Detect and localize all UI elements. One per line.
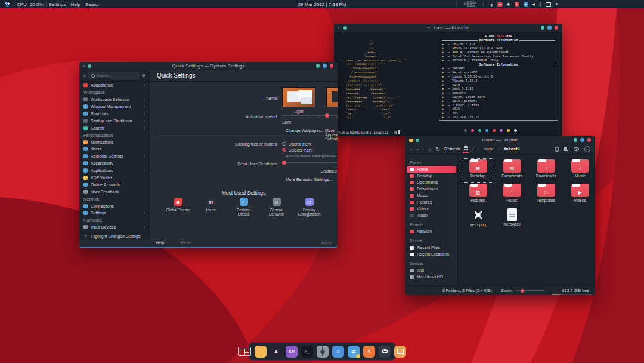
konsole-titlebar[interactable]: ›_ ~ : bash — Konsole xyxy=(334,24,562,32)
tray-expander-icon[interactable]: ┳ xyxy=(490,2,493,7)
sidebar-item[interactable]: Online Accounts › xyxy=(79,181,149,188)
most-used-item[interactable]: m Icons xyxy=(199,198,224,216)
file-item[interactable]: ∴ Public xyxy=(496,183,528,207)
user-app-icon[interactable]: ☺ xyxy=(332,346,344,358)
sidebar-item[interactable]: Settings › xyxy=(79,210,149,217)
file-item[interactable]: □ Templates xyxy=(530,183,562,207)
zoom-slider[interactable] xyxy=(516,288,544,293)
breadcrumb-home[interactable]: home xyxy=(484,146,495,152)
slider-handle[interactable] xyxy=(282,161,286,165)
maximize-button[interactable] xyxy=(323,64,327,68)
pin-button[interactable] xyxy=(343,26,347,30)
places-item[interactable]: Devices xyxy=(407,260,456,267)
pin-button[interactable] xyxy=(88,64,91,68)
forward-button[interactable]: › xyxy=(422,146,424,152)
back-button[interactable]: ‹ xyxy=(410,146,412,152)
places-item[interactable]: root xyxy=(407,267,456,273)
volume-icon[interactable]: ◀) xyxy=(532,2,535,6)
sidebar-item[interactable]: Workspace › xyxy=(79,89,149,96)
dolphin-titlebar[interactable]: Home — Dolphin xyxy=(405,136,595,144)
file-manager-app-icon[interactable] xyxy=(255,346,267,358)
minimize-button[interactable] xyxy=(574,138,578,142)
close-button[interactable] xyxy=(330,64,334,68)
settings-titlebar[interactable]: ≡ Quick Settings — System Settings xyxy=(79,62,338,70)
menu-icon[interactable]: ⋯ xyxy=(584,146,590,152)
shell-prompt[interactable]: [takashi@takashi-imac122 ~]$ xyxy=(337,130,400,134)
sidebar-item[interactable]: Hardware › xyxy=(79,217,149,224)
places-item[interactable]: Recent xyxy=(407,238,456,244)
sidebar-item[interactable]: Startup and Shutdown › xyxy=(79,117,149,124)
apply-button[interactable]: Apply xyxy=(321,241,332,245)
file-item[interactable]: ♪ Music xyxy=(564,158,595,183)
bluetooth-icon[interactable]: ᛒ xyxy=(539,2,542,7)
places-item[interactable]: Videos xyxy=(407,205,456,212)
places-item[interactable]: Trash xyxy=(407,212,456,219)
sidebar-item[interactable]: Applications › xyxy=(79,167,149,174)
sidebar-item[interactable]: Network › xyxy=(79,195,149,202)
help-button[interactable]: Help xyxy=(156,241,164,245)
slider-handle[interactable] xyxy=(325,113,329,118)
browser-app-icon[interactable]: ▲ xyxy=(270,346,282,358)
places-item[interactable]: Desktop xyxy=(407,173,456,179)
animation-speed-slider[interactable] xyxy=(282,113,338,118)
file-item[interactable]: ▶ Videos xyxy=(564,183,595,207)
split-view-icon[interactable] xyxy=(564,147,568,151)
dock-divider[interactable] xyxy=(322,347,323,356)
sidebar-item[interactable]: Window Management › xyxy=(79,103,149,110)
places-item[interactable]: Downloads xyxy=(407,186,456,192)
sidebar-item[interactable]: Notifications › xyxy=(79,139,149,146)
highlight-changed-button[interactable]: ✎ Highlight Changed Settings xyxy=(79,232,149,240)
places-item[interactable]: Home xyxy=(407,166,456,173)
virtual-desktop-pager[interactable] xyxy=(238,347,251,356)
places-item[interactable]: Places xyxy=(407,159,456,166)
sidebar-item[interactable]: User Feedback › xyxy=(79,188,149,195)
most-used-item[interactable]: ✓ Desktop Effects xyxy=(231,198,256,216)
sidebar-item[interactable]: Appearance › xyxy=(79,82,149,89)
places-item[interactable]: Recent Files xyxy=(407,244,456,251)
maximize-button[interactable] xyxy=(547,26,552,30)
theme-option-light[interactable] xyxy=(282,87,315,107)
pin-button[interactable] xyxy=(416,139,419,142)
close-button[interactable] xyxy=(555,26,559,30)
places-item[interactable]: Recent Locations xyxy=(407,251,456,257)
sidebar-item[interactable]: Accessibility › xyxy=(79,160,149,167)
sidebar-item[interactable]: Workspace Behavior › xyxy=(79,96,149,103)
maximize-button[interactable] xyxy=(580,138,584,142)
most-used-item[interactable]: ◉ Global Theme xyxy=(166,198,191,216)
network-speed-indicator[interactable]: ⇅ 8.2Kb/s 0.0b/s xyxy=(463,1,476,7)
refresh-icon[interactable]: ↻ xyxy=(435,146,440,152)
discord-app-icon[interactable] xyxy=(379,346,391,358)
home-button[interactable]: ⌂ xyxy=(83,73,86,78)
up-button[interactable]: › xyxy=(416,146,418,152)
sidebar-item[interactable]: Shortcuts › xyxy=(79,110,149,118)
places-item[interactable]: Network xyxy=(407,228,456,235)
software-center-app-icon[interactable]: ∨ xyxy=(363,346,375,358)
more-behavior-settings-link[interactable]: More Behavior Settings... xyxy=(286,177,333,182)
reset-button[interactable]: Reset xyxy=(181,241,191,245)
sidebar-item[interactable]: Personalization › xyxy=(79,131,149,139)
sidebar-item[interactable]: Regional Settings › xyxy=(79,153,149,160)
minimize-button[interactable] xyxy=(316,64,320,68)
places-item[interactable]: Remote xyxy=(407,222,456,228)
info-notification-icon[interactable]: i xyxy=(515,2,519,7)
most-used-item[interactable]: ▭ Display Configuration xyxy=(297,198,322,216)
breadcrumb-root[interactable]: / xyxy=(472,146,473,152)
places-item[interactable]: Macintosh HD xyxy=(407,273,456,280)
kvantum-app-icon[interactable]: KV xyxy=(286,346,298,358)
display-icon[interactable] xyxy=(546,2,551,7)
file-item[interactable]: XeroAscii xyxy=(496,207,528,232)
file-item[interactable]: ▤ Documents xyxy=(496,158,528,183)
search-input[interactable] xyxy=(97,73,136,78)
sidebar-item[interactable]: Search › xyxy=(79,124,149,131)
file-item[interactable]: ▧ Pictures xyxy=(462,183,494,207)
file-item[interactable]: xero.png xyxy=(462,207,494,232)
sidebar-item[interactable]: Users › xyxy=(79,146,149,153)
file-item[interactable]: ↓ Downloads xyxy=(530,158,562,183)
most-used-item[interactable]: ☺ General Behavior xyxy=(264,198,289,216)
caret-down-icon[interactable]: ▾ xyxy=(555,2,558,7)
settings-search-field[interactable] xyxy=(88,72,139,79)
sidebar-item[interactable]: Input Devices › xyxy=(79,224,149,231)
minimize-button[interactable] xyxy=(541,26,545,30)
sidebar-item[interactable]: Connections › xyxy=(79,202,149,210)
breadcrumb-user[interactable]: takashi xyxy=(504,146,520,152)
